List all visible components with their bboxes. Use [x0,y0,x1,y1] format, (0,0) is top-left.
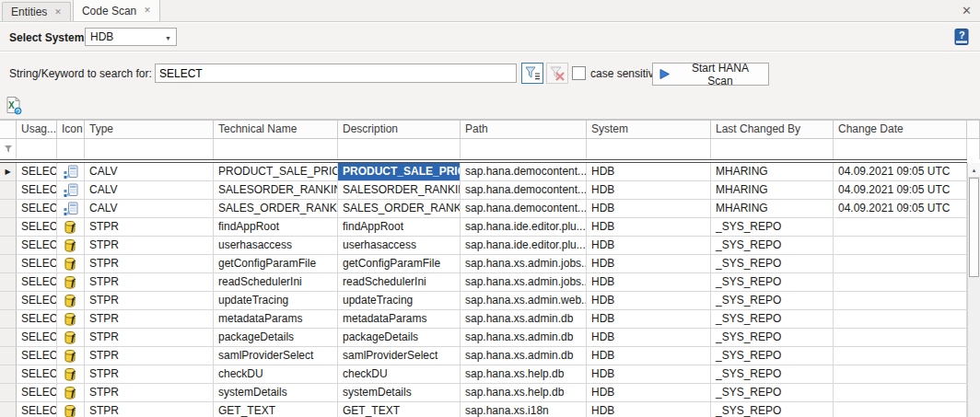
cell-path[interactable]: sap.hana.xs.help.db [461,365,587,384]
cell-system[interactable]: HDB [587,365,711,384]
column-header-last-changed-by[interactable]: Last Changed By [711,121,834,139]
cell-system[interactable]: HDB [587,402,711,417]
cell-path[interactable]: sap.hana.xs.admin.db [461,310,587,329]
filter-cell-change-date[interactable] [834,139,967,159]
cell-change-date[interactable]: 04.09.2021 09:05 UTC [834,163,967,181]
cell-type[interactable]: STPR [85,273,214,292]
cell-technical-name[interactable]: userhasaccess [214,237,338,255]
cell-icon[interactable]: f [57,310,85,329]
cell-technical-name[interactable]: updateTracing [214,292,338,310]
cell-usage[interactable]: SELECT [17,347,57,365]
cell-description[interactable]: findAppRoot [338,218,461,237]
cell-system[interactable]: HDB [587,384,711,402]
cell-type[interactable]: STPR [85,310,214,329]
cell-technical-name[interactable]: metadataParams [214,310,338,329]
cell-system[interactable]: HDB [587,200,711,218]
cell-icon[interactable] [57,200,85,218]
cell-type[interactable]: STPR [85,218,214,237]
cell-icon[interactable]: f [57,329,85,347]
help-button[interactable]: ? [952,28,971,46]
cell-usage[interactable]: SELECT [17,163,57,181]
cell-last-changed-by[interactable]: _SYS_REPO [711,365,834,384]
table-row[interactable]: SELECT f STPR samlProviderSelect samlPro… [0,347,967,365]
cell-description[interactable]: userhasaccess [338,237,461,255]
cell-technical-name[interactable]: readSchedulerIni [214,273,338,292]
cell-change-date[interactable]: 04.09.2021 09:05 UTC [834,200,967,218]
cell-last-changed-by[interactable]: _SYS_REPO [711,310,834,329]
cell-last-changed-by[interactable]: _SYS_REPO [711,237,834,255]
cell-usage[interactable]: SELECT [17,237,57,255]
table-row[interactable]: SELECT f STPR systemDetails systemDetail… [0,384,967,402]
cell-type[interactable]: STPR [85,237,214,255]
cell-last-changed-by[interactable]: _SYS_REPO [711,347,834,365]
cell-path[interactable]: sap.hana.xs.admin.db [461,347,587,365]
cell-type[interactable]: CALV [85,181,214,200]
table-row[interactable]: SELECT f STPR packageDetails packageDeta… [0,329,967,347]
cell-last-changed-by[interactable]: _SYS_REPO [711,273,834,292]
cell-type[interactable]: STPR [85,347,214,365]
cell-description[interactable]: PRODUCT_SALE_PRICE [338,163,461,181]
cell-technical-name[interactable]: packageDetails [214,329,338,347]
scroll-up-icon[interactable]: ▲ [968,163,980,178]
cell-technical-name[interactable]: findAppRoot [214,218,338,237]
filter-button[interactable] [521,63,543,84]
cell-path[interactable]: sap.hana.ide.editor.plu... [461,218,587,237]
cell-system[interactable]: HDB [587,218,711,237]
system-select-dropdown[interactable]: HDB ▼ [85,28,177,46]
filter-cell-type[interactable] [85,139,214,159]
cell-path[interactable]: sap.hana.democontent.... [461,181,587,200]
column-header-type[interactable]: Type [85,121,214,139]
cell-change-date[interactable] [834,365,967,384]
cell-usage[interactable]: SELECT [17,384,57,402]
cell-icon[interactable] [57,181,85,200]
search-input[interactable] [155,64,517,83]
cell-system[interactable]: HDB [587,255,711,273]
cell-description[interactable]: packageDetails [338,329,461,347]
filter-cell-technical-name[interactable] [214,139,338,159]
vertical-scrollbar[interactable]: ▲ [967,163,980,417]
filter-cell-usage[interactable] [17,139,57,159]
filter-cell-description[interactable] [338,139,461,159]
column-header-icon[interactable]: Icon [57,121,85,139]
cell-usage[interactable]: SELECT [17,310,57,329]
cell-description[interactable]: checkDU [338,365,461,384]
table-row[interactable]: SELECT f STPR GET_TEXT GET_TEXT sap.hana… [0,402,967,417]
tab-close-icon[interactable]: ✕ [144,6,151,15]
filter-cell-icon[interactable] [57,139,85,159]
cell-path[interactable]: sap.hana.xs.admin.jobs... [461,255,587,273]
cell-usage[interactable]: SELECT [17,273,57,292]
cell-path[interactable]: sap.hana.ide.editor.plu... [461,237,587,255]
cell-type[interactable]: STPR [85,365,214,384]
cell-description[interactable]: GET_TEXT [338,402,461,417]
cell-icon[interactable]: f [57,402,85,417]
cell-last-changed-by[interactable]: _SYS_REPO [711,384,834,402]
cell-icon[interactable]: f [57,273,85,292]
cell-icon[interactable]: f [57,365,85,384]
cell-path[interactable]: sap.hana.xs.admin.db [461,329,587,347]
cell-change-date[interactable] [834,218,967,237]
cell-type[interactable]: CALV [85,163,214,181]
table-row[interactable]: SELECT f STPR findAppRoot findAppRoot sa… [0,218,967,237]
cell-last-changed-by[interactable]: _SYS_REPO [711,255,834,273]
cell-description[interactable]: updateTracing [338,292,461,310]
cell-usage[interactable]: SELECT [17,255,57,273]
cell-change-date[interactable] [834,384,967,402]
case-sensitive-checkbox[interactable] [572,66,586,80]
cell-description[interactable]: SALES_ORDER_RANKIN... [338,200,461,218]
cell-path[interactable]: sap.hana.xs.admin.web... [461,292,587,310]
cell-system[interactable]: HDB [587,273,711,292]
cell-usage[interactable]: SELECT [17,292,57,310]
table-row[interactable]: SELECT f STPR readSchedulerIni readSched… [0,273,967,292]
start-hana-scan-button[interactable]: Start HANA Scan [652,63,769,86]
column-header-system[interactable]: System [587,121,711,139]
cell-path[interactable]: sap.hana.democontent.... [461,200,587,218]
cell-change-date[interactable] [834,347,967,365]
cell-technical-name[interactable]: checkDU [214,365,338,384]
cell-usage[interactable]: SELECT [17,402,57,417]
tab-entities[interactable]: Entities ✕ [2,2,71,21]
column-header-technical-name[interactable]: Technical Name [214,121,338,139]
filter-cell-last-changed-by[interactable] [711,139,834,159]
cell-last-changed-by[interactable]: MHARING [711,181,834,200]
cell-icon[interactable]: f [57,347,85,365]
cell-technical-name[interactable]: SALESORDER_RANKING... [214,181,338,200]
